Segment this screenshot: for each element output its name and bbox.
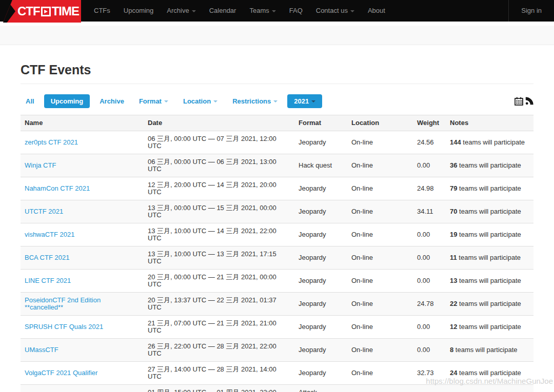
navbar-menu: CTFsUpcomingArchiveCalendarTeamsFAQConta…: [82, 0, 392, 22]
event-format-cell: Jeopardy: [294, 316, 347, 339]
event-format-cell: Jeopardy: [294, 362, 347, 385]
filters-row: AllUpcomingArchiveFormatLocationRestrict…: [21, 94, 533, 108]
col-header-format: Format: [294, 115, 347, 131]
event-link[interactable]: SPRUSH CTF Quals 2021: [25, 323, 103, 331]
event-weight-cell: 32.73: [413, 362, 446, 385]
filter-restrictions[interactable]: Restrictions: [227, 95, 283, 108]
sign-in-button[interactable]: Sign in: [508, 0, 554, 22]
event-format-cell: Hack quest: [294, 154, 347, 177]
filter-archive[interactable]: Archive: [94, 95, 129, 108]
chevron-down-icon: [192, 10, 196, 12]
event-link[interactable]: zer0pts CTF 2021: [25, 138, 78, 146]
nav-item-ctfs[interactable]: CTFs: [87, 0, 117, 22]
event-format-cell: Jeopardy: [294, 246, 347, 270]
event-link[interactable]: vishwaCTF 2021: [25, 231, 75, 238]
table-row: PoseidonCTF 2nd Edition **cancelled**20 …: [21, 293, 533, 316]
event-notes-cell: 12 teams will participate: [446, 385, 533, 392]
nav-item-faq[interactable]: FAQ: [283, 0, 309, 22]
event-name-cell: BCA CTF 2021: [21, 246, 144, 270]
event-date-cell: 26 三月, 22:00 UTC — 28 三月 2021, 22:00 UTC: [144, 339, 294, 362]
event-link[interactable]: UTCTF 2021: [25, 208, 63, 215]
filter-upcoming[interactable]: Upcoming: [44, 94, 90, 108]
event-notes-cell: 70 teams will participate: [446, 200, 533, 223]
event-weight-cell: 0.00: [413, 154, 446, 177]
event-format-cell: Jeopardy: [294, 223, 347, 246]
chevron-down-icon: [311, 100, 315, 102]
logo-play-icon: [41, 7, 51, 16]
event-link[interactable]: LINE CTF 2021: [25, 277, 71, 284]
event-link[interactable]: Winja CTF: [25, 161, 56, 169]
teams-count: 24: [450, 369, 457, 377]
event-date-cell: 27 三月, 14:00 UTC — 28 三月 2021, 14:00 UTC: [144, 362, 294, 385]
teams-count: 8: [450, 346, 453, 354]
filter-format[interactable]: Format: [134, 95, 173, 108]
header-icons: [515, 97, 533, 106]
rss-icon[interactable]: [525, 97, 533, 105]
event-name-cell: UTCTF 2021: [21, 200, 144, 223]
event-location-cell: On-line: [347, 131, 413, 154]
event-date-cell: 06 三月, 00:00 UTC — 07 三月 2021, 12:00 UTC: [144, 131, 294, 154]
table-row: zer0pts CTF 202106 三月, 00:00 UTC — 07 三月…: [21, 131, 533, 154]
event-notes-cell: 144 teams will participate: [446, 131, 533, 154]
nav-item-teams[interactable]: Teams: [243, 0, 282, 22]
event-name-cell: UMassCTF: [21, 339, 144, 362]
nav-item-contact-us[interactable]: Contact us: [309, 0, 361, 22]
event-weight-cell: 0.00: [413, 270, 446, 293]
chevron-down-icon: [273, 100, 278, 102]
event-link[interactable]: BCA CTF 2021: [25, 254, 69, 261]
event-weight-cell: 24.56: [413, 131, 446, 154]
filter-location[interactable]: Location: [178, 95, 223, 108]
event-link[interactable]: PoseidonCTF 2nd Edition **cancelled**: [25, 296, 101, 311]
event-date-cell: 21 三月, 07:00 UTC — 21 三月 2021, 21:00 UTC: [144, 316, 294, 339]
teams-count: 36: [450, 161, 457, 169]
table-row: VolgaCTF 2021 Qualifier27 三月, 14:00 UTC …: [21, 362, 533, 385]
event-name-cell: PoseidonCTF 2nd Edition **cancelled**: [21, 293, 144, 316]
ctftime-logo[interactable]: CTF TIME: [0, 0, 82, 22]
event-date-cell: 12 三月, 20:00 UTC — 14 三月 2021, 20:00 UTC: [144, 177, 294, 200]
event-location-cell: On-line: [347, 385, 413, 392]
table-row: UMassCTF26 三月, 22:00 UTC — 28 三月 2021, 2…: [21, 339, 533, 362]
event-weight-cell: 0.00: [413, 316, 446, 339]
event-link[interactable]: NahamCon CTF 2021: [25, 184, 90, 192]
event-name-cell: NahamCon CTF 2021: [21, 177, 144, 200]
event-link[interactable]: UMassCTF: [25, 346, 58, 354]
event-date-cell: 13 三月, 10:00 UTC — 14 三月 2021, 22:00 UTC: [144, 223, 294, 246]
event-name-cell: vishwaCTF 2021: [21, 223, 144, 246]
teams-count: 70: [450, 208, 457, 215]
page-title: CTF Events: [21, 63, 533, 77]
event-weight-cell: 36.35: [413, 385, 446, 392]
event-location-cell: On-line: [347, 316, 413, 339]
event-format-cell: Jeopardy: [294, 177, 347, 200]
table-row: SPRUSH CTF Quals 202121 三月, 07:00 UTC — …: [21, 316, 533, 339]
chevron-down-icon: [350, 10, 354, 12]
event-location-cell: On-line: [347, 200, 413, 223]
nav-item-upcoming[interactable]: Upcoming: [117, 0, 161, 22]
event-name-cell: ALLES! CTF 2021 HW Edition: [21, 385, 144, 392]
navbar: CTF TIME CTFsUpcomingArchiveCalendarTeam…: [0, 0, 554, 22]
event-notes-cell: 8 teams will participate: [446, 339, 533, 362]
teams-count: 144: [450, 138, 461, 146]
subheader-band: [0, 26, 554, 45]
logo-text-ctf: CTF: [17, 0, 40, 23]
event-location-cell: On-line: [347, 293, 413, 316]
logo-red-banner: CTF TIME: [3, 0, 81, 23]
col-header-date: Date: [144, 115, 294, 131]
nav-item-archive[interactable]: Archive: [160, 0, 202, 22]
event-location-cell: On-line: [347, 223, 413, 246]
event-format-cell: Jeopardy: [294, 339, 347, 362]
filter-all[interactable]: All: [21, 95, 39, 108]
calendar-icon[interactable]: [515, 97, 523, 106]
nav-item-about[interactable]: About: [361, 0, 392, 22]
filter-2021[interactable]: 2021: [287, 94, 322, 108]
event-location-cell: On-line: [347, 270, 413, 293]
event-link[interactable]: VolgaCTF 2021 Qualifier: [25, 369, 97, 377]
event-date-cell: 06 三月, 00:00 UTC — 06 三月 2021, 13:00 UTC: [144, 154, 294, 177]
table-row: vishwaCTF 202113 三月, 10:00 UTC — 14 三月 2…: [21, 223, 533, 246]
nav-item-calendar[interactable]: Calendar: [203, 0, 243, 22]
event-notes-cell: 22 teams will participate: [446, 293, 533, 316]
col-header-location: Location: [347, 115, 413, 131]
event-name-cell: VolgaCTF 2021 Qualifier: [21, 362, 144, 385]
event-name-cell: Winja CTF: [21, 154, 144, 177]
chevron-down-icon: [164, 100, 168, 102]
event-weight-cell: 24.98: [413, 177, 446, 200]
